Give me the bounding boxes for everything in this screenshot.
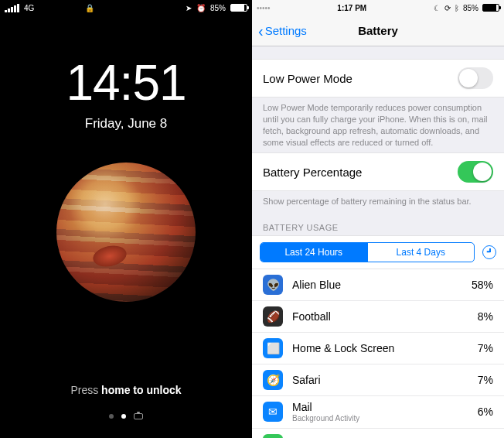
nav-bar: ‹ Settings Battery <box>252 15 504 46</box>
app-icon: ✉ <box>263 402 283 422</box>
lock-icon: 🔒 <box>85 4 94 12</box>
page-dots[interactable] <box>0 413 252 419</box>
range-24h[interactable]: Last 24 Hours <box>261 243 367 262</box>
clock-icon[interactable] <box>482 245 496 259</box>
app-icon: 👽 <box>263 275 283 295</box>
bluetooth-icon: ᛒ <box>455 4 459 12</box>
app-percent: 7% <box>478 342 493 354</box>
dnd-icon: ☾ <box>434 4 441 12</box>
page-dot-active[interactable] <box>121 414 126 419</box>
low-power-mode-cell[interactable]: Low Power Mode <box>252 59 504 98</box>
clock-date: Friday, June 8 <box>0 116 252 132</box>
range-segmented[interactable]: Last 24 Hours Last 4 Days <box>260 242 475 262</box>
clock-time: 14:51 <box>0 54 252 111</box>
app-row[interactable]: ⬜Home & Lock Screen7% <box>252 333 504 364</box>
app-name: Alien Blue <box>292 279 462 291</box>
app-usage-list: 👽Alien Blue58%🏈Football8%⬜Home & Lock Sc… <box>252 269 504 438</box>
pct-label: Battery Percentage <box>263 166 362 179</box>
lockscreen: 4G 🔒 ➤ ⏰ 85% 14:51 Friday, June 8 Press … <box>0 0 252 438</box>
app-icon: 💬 <box>263 434 283 438</box>
lpm-footer: Low Power Mode temporarily reduces power… <box>252 98 504 152</box>
location-icon: ➤ <box>186 4 192 12</box>
page-title: Battery <box>252 24 504 37</box>
pct-footer: Show percentage of battery remaining in … <box>252 191 504 212</box>
camera-icon[interactable] <box>134 413 143 419</box>
status-bar-settings: ••••• 1:17 PM ☾ ⟳ ᛒ 85% <box>252 0 504 15</box>
battery-settings: ••••• 1:17 PM ☾ ⟳ ᛒ 85% ‹ Settings Batte… <box>252 0 504 438</box>
wallpaper-planet <box>56 163 196 302</box>
orientation-lock-icon: ⟳ <box>444 4 451 12</box>
app-name: Football <box>292 311 468 323</box>
range-4d[interactable]: Last 4 Days <box>367 243 475 262</box>
status-bar-lock: 4G 🔒 ➤ ⏰ 85% <box>0 0 252 15</box>
page-dot[interactable] <box>109 414 114 419</box>
app-name: Home & Lock Screen <box>292 343 468 354</box>
unlock-hint: Press home to unlock <box>0 384 252 396</box>
app-row[interactable]: ✉MailBackground Activity6% <box>252 396 504 428</box>
battery-icon <box>482 4 499 12</box>
app-percent: 8% <box>478 310 493 323</box>
app-row[interactable]: 👽Alien Blue58% <box>252 269 504 301</box>
lpm-label: Low Power Mode <box>263 72 352 85</box>
status-time: 1:17 PM <box>337 4 366 12</box>
app-percent: 7% <box>478 374 493 386</box>
battery-icon <box>230 4 247 12</box>
app-percent: 58% <box>472 279 493 291</box>
usage-header: Battery Usage <box>252 212 504 235</box>
app-icon: 🏈 <box>263 306 283 327</box>
app-row[interactable]: 🧭Safari7% <box>252 364 504 396</box>
network-label: 4G <box>24 4 34 12</box>
app-icon: 🧭 <box>263 370 283 390</box>
app-icon: ⬜ <box>263 338 283 358</box>
app-subtitle: Background Activity <box>292 414 468 423</box>
pct-toggle[interactable] <box>458 161 493 183</box>
app-row[interactable]: 🏈Football8% <box>252 301 504 333</box>
battery-percent: 85% <box>463 4 478 12</box>
battery-percentage-cell[interactable]: Battery Percentage <box>252 152 504 191</box>
signal-bars-icon <box>5 4 19 12</box>
app-name: Safari <box>292 375 468 386</box>
lpm-toggle[interactable] <box>458 67 493 89</box>
battery-percent: 85% <box>210 4 226 12</box>
alarm-icon: ⏰ <box>196 4 206 12</box>
app-row[interactable]: 💬Messages6% <box>252 429 504 438</box>
app-percent: 6% <box>478 405 493 418</box>
app-name: MailBackground Activity <box>292 402 468 422</box>
usage-range-row: Last 24 Hours Last 4 Days <box>252 235 504 269</box>
